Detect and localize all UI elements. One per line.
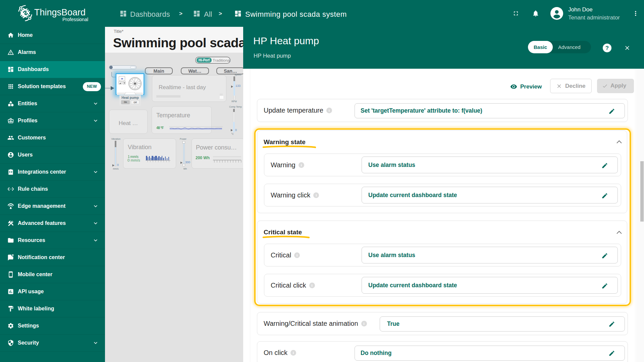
svg-text:?: ? — [605, 45, 609, 51]
